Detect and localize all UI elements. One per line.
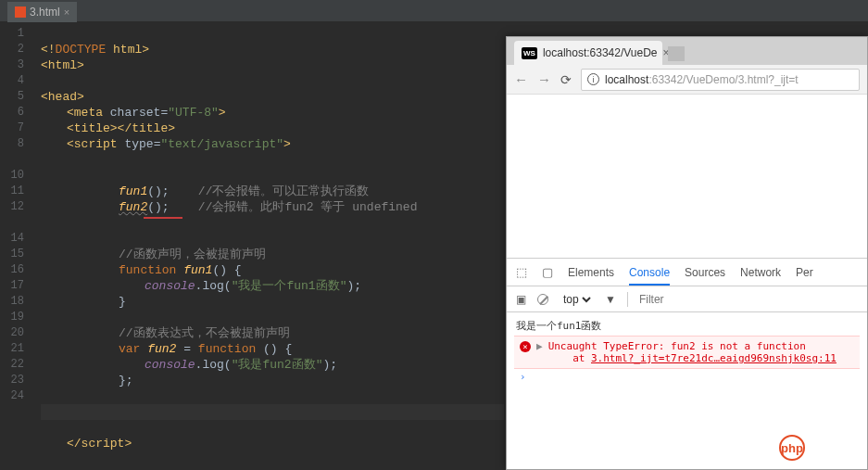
code-token: <html> — [41, 58, 84, 72]
toggle-sidebar-icon[interactable]: ▣ — [516, 293, 526, 306]
webstorm-favicon-icon: WS — [522, 47, 537, 59]
code-token: console — [145, 358, 195, 372]
tab-network[interactable]: Network — [740, 266, 781, 279]
line-number: 23 — [0, 373, 24, 388]
code-token: DOCTYPE — [56, 43, 113, 57]
browser-tab-strip: WS localhost:63342/VueDe × — [507, 37, 867, 65]
logo-badge: php — [779, 435, 805, 461]
watermark-logo: php 中文网 — [779, 435, 855, 461]
url-path: :63342/VueDemo/3.html?_ijt=t — [648, 73, 798, 86]
url-input[interactable]: i localhost:63342/VueDemo/3.html?_ijt=t — [581, 69, 860, 91]
code-token: > — [142, 43, 149, 57]
code-token: <head> — [41, 90, 84, 104]
browser-tab[interactable]: WS localhost:63342/VueDe × — [514, 41, 662, 65]
ide-file-tab[interactable]: 3.html × — [7, 2, 77, 22]
code-token: <script — [67, 137, 124, 151]
code-token: </script> — [67, 437, 132, 451]
code-token: function — [198, 342, 263, 356]
code-token: ); — [322, 358, 337, 372]
line-number — [0, 215, 24, 231]
console-filter-input[interactable] — [639, 293, 713, 306]
error-message: Uncaught TypeError: fun2 is not a functi… — [548, 340, 806, 352]
line-number: 20 — [0, 325, 24, 341]
line-number: 1 — [0, 26, 24, 42]
inspect-icon[interactable]: ⬚ — [516, 265, 527, 279]
device-toggle-icon[interactable]: ▢ — [542, 265, 553, 279]
tab-elements[interactable]: Elements — [568, 266, 614, 279]
code-token: > — [219, 106, 226, 120]
code-token: > — [283, 137, 291, 151]
tab-console[interactable]: Console — [629, 266, 670, 286]
code-token: () { — [212, 263, 241, 277]
line-number — [0, 152, 24, 168]
code-token: } — [119, 295, 126, 309]
code-token: = — [176, 342, 197, 356]
line-number: 21 — [0, 341, 24, 357]
tab-performance[interactable]: Per — [796, 266, 813, 279]
ide-tab-bar: 3.html × — [0, 0, 868, 22]
line-number: 10 — [0, 168, 24, 184]
code-token: .log( — [195, 279, 232, 293]
new-tab-button[interactable] — [668, 46, 685, 61]
code-token: "我是一个fun1函数" — [232, 279, 347, 293]
code-token: "text/javascript" — [160, 137, 283, 151]
code-editor[interactable]: <!DOCTYPE html> <html> <head> <meta char… — [33, 22, 504, 470]
line-number: 19 — [0, 310, 24, 325]
browser-window: WS localhost:63342/VueDe × ← → ⟳ i local… — [506, 36, 868, 470]
code-token: (); — [147, 200, 169, 214]
expand-icon[interactable]: ▶ — [536, 340, 543, 364]
code-token: <! — [41, 43, 56, 57]
code-token: "我是fun2函数" — [232, 358, 323, 372]
code-token: ); — [346, 279, 361, 293]
error-source-link[interactable]: 3.html?_ijt=t7re21dc…eaigd969nshjk0sg:11 — [591, 352, 837, 364]
code-token: .log( — [195, 358, 232, 372]
console-prompt[interactable]: › — [514, 369, 860, 385]
code-token: "UTF-8" — [168, 106, 219, 120]
line-number: 11 — [0, 184, 24, 199]
code-comment: //不会报错。可以正常执行函数 — [198, 184, 370, 198]
html-file-icon — [15, 6, 26, 18]
code-token: html — [113, 43, 142, 57]
code-token: <title></title> — [67, 121, 175, 135]
code-token: () { — [263, 342, 292, 356]
line-number: 5 — [0, 89, 24, 105]
reload-icon[interactable]: ⟳ — [560, 72, 572, 87]
code-comment: //函数表达式，不会被提前声明 — [119, 326, 290, 340]
code-comment: //会报错。此时fun2 等于 undefined — [198, 200, 418, 214]
line-number: 22 — [0, 357, 24, 373]
code-token: type= — [124, 137, 160, 151]
line-number: 4 — [0, 73, 24, 89]
line-number — [0, 404, 24, 420]
code-token: (); — [147, 184, 169, 198]
line-number: 14 — [0, 231, 24, 247]
clear-console-icon[interactable] — [537, 294, 548, 305]
code-token: <meta — [67, 106, 110, 120]
devtools-tabs: ⬚ ▢ Elements Console Sources Network Per — [507, 259, 867, 286]
line-number-gutter: 12345678 101112 1415161718192021222324 — [0, 22, 33, 470]
address-bar: ← → ⟳ i localhost:63342/VueDemo/3.html?_… — [507, 65, 867, 95]
code-token: charset= — [110, 106, 168, 120]
site-info-icon[interactable]: i — [587, 73, 599, 85]
close-icon[interactable]: × — [64, 6, 69, 18]
code-token: console — [145, 279, 195, 293]
forward-icon: → — [537, 71, 551, 87]
console-output: 我是一个fun1函数 × ▶ Uncaught TypeError: fun2 … — [507, 312, 867, 388]
line-number: 15 — [0, 247, 24, 262]
line-number: 6 — [0, 105, 24, 121]
line-number: 12 — [0, 199, 24, 215]
browser-tab-title: localhost:63342/VueDe — [543, 46, 658, 59]
line-number: 24 — [0, 388, 24, 404]
code-token: }; — [119, 374, 133, 387]
url-host: localhost — [605, 73, 648, 86]
back-icon[interactable]: ← — [514, 71, 528, 87]
code-comment: //函数声明，会被提前声明 — [119, 248, 266, 261]
context-selector[interactable]: top — [560, 292, 594, 307]
line-number: 18 — [0, 294, 24, 310]
code-token: fun2 — [147, 342, 176, 356]
logo-text: 中文网 — [811, 438, 855, 458]
error-at: at — [572, 352, 591, 364]
devtools-panel: ⬚ ▢ Elements Console Sources Network Per… — [507, 258, 867, 388]
console-log-line: 我是一个fun1函数 — [514, 316, 860, 336]
tab-sources[interactable]: Sources — [685, 266, 725, 279]
code-token: var — [119, 342, 147, 356]
